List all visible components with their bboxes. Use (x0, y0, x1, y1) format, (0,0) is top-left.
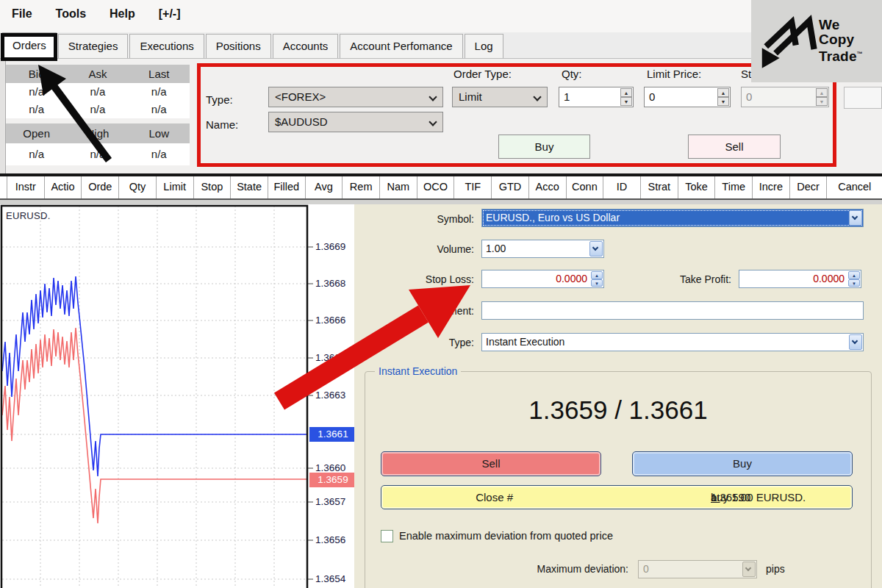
limit-price-input[interactable]: 0 ▲▼ (644, 87, 731, 107)
grid-column-header[interactable]: Strat (641, 176, 678, 198)
tab[interactable]: Executions (129, 34, 204, 58)
quote-table-header: BidAskLast (6, 65, 190, 83)
spin-up-icon[interactable]: ▲ (591, 271, 603, 279)
spin-down-icon: ▼ (816, 97, 828, 106)
wecopytrade-logo-mark (751, 4, 819, 78)
black-annotation-rectangle (1, 33, 57, 61)
sell-button[interactable]: Sell (688, 135, 781, 159)
buy-button[interactable]: Buy (498, 135, 590, 159)
comment-label: Comment: (354, 305, 474, 317)
grid-column-header[interactable]: Toke (678, 176, 716, 198)
dropdown-button[interactable] (589, 241, 603, 257)
symbol-value: EURUSD., Euro vs US Dollar (486, 212, 620, 223)
quote-cell: n/a (6, 101, 67, 118)
tab[interactable]: Positions (206, 34, 271, 58)
volume-dropdown[interactable]: 1.00 (481, 240, 604, 258)
spin-up-icon[interactable]: ▲ (620, 88, 632, 97)
quote-table-row: n/an/an/a (6, 101, 190, 118)
comment-input[interactable] (481, 301, 864, 320)
mt4-buy-button[interactable]: Buy (632, 451, 853, 476)
dropdown-button[interactable] (849, 334, 862, 350)
tick-chart: EURUSD. (0, 204, 354, 588)
wecopytrade-logo-text: We Copy Trade™ (819, 18, 863, 64)
grid-column-header[interactable]: Actio (45, 176, 82, 198)
grid-column-header[interactable]: ID (603, 176, 641, 198)
menu-item[interactable]: File (0, 7, 44, 21)
order-type-value: Limit (459, 90, 482, 103)
trademark-icon: ™ (857, 51, 863, 57)
grid-column-header[interactable]: Incre (753, 176, 790, 198)
grid-column-header[interactable]: Decr (790, 176, 828, 198)
chevron-down-icon (852, 214, 858, 220)
qty-spinner[interactable]: ▲▼ (620, 88, 632, 106)
grid-column-header[interactable]: OCO (417, 176, 455, 198)
spin-up-icon[interactable]: ▲ (717, 88, 729, 97)
spin-up-icon[interactable]: ▲ (848, 271, 860, 279)
grid-column-header[interactable]: Orde (82, 176, 119, 198)
grid-column-header[interactable]: State (231, 176, 268, 198)
price-axis-label: 1.3669 (315, 240, 356, 254)
grid-column-header[interactable]: Acco (529, 176, 567, 198)
quote-header-cell: Low (129, 123, 190, 143)
grid-column-header[interactable]: Cancel (827, 176, 882, 198)
stop-loss-input[interactable]: 0.0000 ▲▼ (481, 270, 604, 288)
cropped-control (844, 87, 882, 109)
spin-down-icon[interactable]: ▼ (848, 279, 860, 287)
grid-column-header[interactable]: Qty (119, 176, 157, 198)
max-deviation-checkbox[interactable] (381, 530, 393, 542)
take-profit-input[interactable]: 0.0000 ▲▼ (739, 270, 861, 288)
stop-loss-value: 0.0000 (556, 270, 587, 287)
execution-type-dropdown[interactable]: Instant Execution (481, 333, 864, 351)
tab[interactable]: Accounts (273, 34, 339, 58)
grid-column-header[interactable]: Conn (567, 176, 604, 198)
menu-bar: FileToolsHelp[+/-] (0, 0, 882, 32)
quote-table-row: n/an/an/a (6, 83, 190, 101)
grid-column-header[interactable]: Limit (157, 176, 194, 198)
menu-item[interactable]: Tools (44, 7, 98, 21)
chart-symbol-label: EURUSD. (6, 210, 51, 221)
stop-loss-label: Stop Loss: (354, 273, 474, 285)
spin-down-icon[interactable]: ▼ (591, 279, 603, 287)
ask-price-tag: 1.3661 (309, 427, 356, 442)
spin-down-icon[interactable]: ▼ (717, 97, 729, 106)
quote-cell: n/a (67, 101, 128, 118)
grid-column-header[interactable]: Nam (380, 176, 417, 198)
spin-down-icon[interactable]: ▼ (620, 97, 632, 106)
take-profit-spinner[interactable]: ▲▼ (848, 271, 860, 287)
chevron-down-icon (533, 93, 541, 101)
grid-column-header[interactable]: Time (715, 176, 753, 198)
symbol-dropdown[interactable]: EURUSD., Euro vs US Dollar (481, 209, 864, 227)
menu-item[interactable]: [+/-] (147, 7, 193, 21)
grid-column-header[interactable]: Instr (7, 176, 45, 198)
order-type-dropdown[interactable]: Limit (452, 87, 548, 107)
qty-input[interactable]: 1 ▲▼ (559, 87, 634, 107)
dropdown-button[interactable] (849, 210, 862, 226)
stop-loss-spinner[interactable]: ▲▼ (591, 271, 603, 287)
volume-label: Volume: (354, 243, 474, 255)
grid-column-header[interactable]: Rem (343, 176, 380, 198)
grid-column-header[interactable]: GTD (492, 176, 529, 198)
quote-cell: n/a (6, 143, 67, 165)
grid-column-header[interactable]: Avg (306, 176, 343, 198)
grid-column-header[interactable]: Stop (194, 176, 232, 198)
quote-cell: n/a (67, 83, 128, 101)
close-order-button[interactable]: Close # buy 1.00 EURUSD. at 1.36590 (381, 485, 853, 509)
price-axis-label: 1.3663 (315, 389, 356, 402)
price-axis-label: 1.3665 (315, 351, 356, 365)
price-axis-label: 1.3666 (315, 314, 356, 327)
tab[interactable]: Account Perfomance (340, 34, 462, 58)
grid-column-header[interactable]: Filled (268, 176, 306, 198)
grid-column-header[interactable]: TIF (454, 176, 492, 198)
quote-cell: n/a (129, 143, 190, 165)
quote-table-row: n/an/an/a (6, 143, 190, 165)
tab[interactable]: Log (465, 34, 503, 58)
wecopytrade-logo: We Copy Trade™ (751, 0, 882, 82)
menu-item[interactable]: Help (98, 7, 147, 21)
mt4-sell-button[interactable]: Sell (381, 451, 601, 476)
take-profit-value: 0.0000 (813, 270, 845, 287)
quote-table-header: OpenHighLow (6, 123, 190, 143)
limit-price-spinner[interactable]: ▲▼ (717, 88, 729, 106)
tab[interactable]: Strategies (58, 34, 129, 58)
quote-header-cell: Open (6, 123, 67, 143)
quote-header-cell: Ask (67, 65, 128, 83)
